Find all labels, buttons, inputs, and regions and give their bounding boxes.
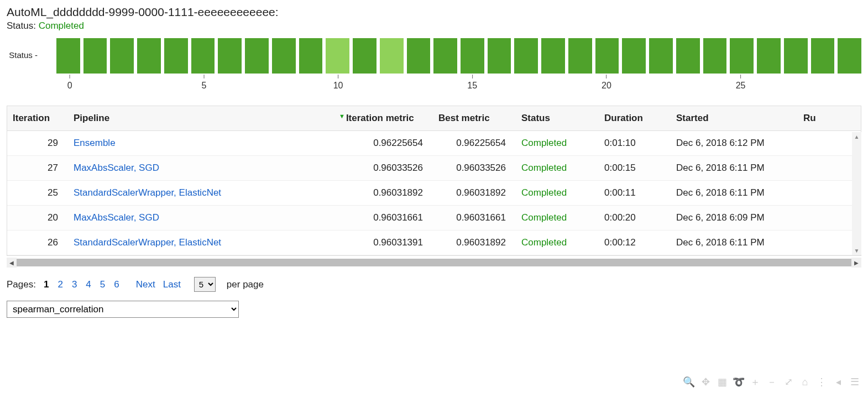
cell-status: Completed — [521, 163, 567, 173]
status-bar[interactable] — [488, 38, 511, 74]
status-bar[interactable] — [784, 38, 808, 74]
status-bar[interactable] — [757, 38, 781, 74]
status-bar[interactable] — [595, 38, 619, 74]
table-row: 29Ensemble0.962256540.96225654Completed0… — [7, 131, 861, 156]
status-bar[interactable] — [622, 38, 646, 74]
status-bar[interactable] — [191, 38, 215, 74]
cell-best-metric: 0.96031892 — [433, 230, 516, 255]
cell-iteration-metric: 0.96031391 — [333, 230, 433, 255]
col-iteration[interactable]: Iteration — [7, 106, 68, 131]
status-bar[interactable] — [838, 38, 861, 74]
page-link[interactable]: 3 — [72, 279, 77, 290]
scroll-track[interactable] — [17, 259, 851, 266]
status-bar[interactable] — [568, 38, 592, 74]
page-link[interactable]: 6 — [114, 279, 119, 290]
cell-best-metric: 0.96031892 — [433, 181, 516, 206]
status-bar[interactable] — [218, 38, 242, 74]
pagination: Pages: 123456 Next Last 5 per page — [7, 277, 861, 292]
cell-status: Completed — [521, 237, 567, 248]
x-tick: 0 — [67, 75, 72, 91]
cell-run — [798, 181, 861, 206]
scroll-right-icon[interactable]: ▶ — [851, 258, 861, 268]
table-row: 26StandardScalerWrapper, ElasticNet0.960… — [7, 230, 861, 255]
cell-iteration-metric: 0.96225654 — [333, 131, 433, 156]
cell-best-metric: 0.96031661 — [433, 206, 516, 230]
col-pipeline[interactable]: Pipeline — [68, 106, 333, 131]
table-row: 20MaxAbsScaler, SGD0.960316610.96031661C… — [7, 206, 861, 230]
scroll-left-icon[interactable]: ◀ — [7, 258, 17, 268]
scroll-up-icon[interactable]: ▲ — [852, 132, 861, 141]
x-tick: 15 — [467, 75, 477, 91]
cell-started: Dec 6, 2018 6:09 PM — [671, 206, 798, 230]
status-bar[interactable] — [245, 38, 269, 74]
cell-duration: 0:00:20 — [599, 206, 671, 230]
status-bar[interactable] — [299, 38, 323, 74]
status-bar[interactable] — [703, 38, 727, 74]
status-bar[interactable] — [110, 38, 134, 74]
col-iteration-metric[interactable]: ▼Iteration metric — [333, 106, 433, 131]
pipeline-link[interactable]: Ensemble — [74, 138, 116, 148]
cell-duration: 0:00:12 — [599, 230, 671, 255]
status-bar[interactable] — [730, 38, 754, 74]
status-bar[interactable] — [811, 38, 835, 74]
cell-run — [798, 230, 861, 255]
status-bar[interactable] — [326, 38, 349, 74]
col-status[interactable]: Status — [516, 106, 599, 131]
cell-status: Completed — [521, 138, 567, 148]
status-label: Status: — [7, 20, 36, 31]
pipeline-link[interactable]: MaxAbsScaler, SGD — [74, 163, 159, 173]
horizontal-scrollbar[interactable]: ◀ ▶ — [7, 257, 861, 268]
metric-select[interactable]: spearman_correlation — [7, 301, 239, 318]
x-tick: 20 — [602, 75, 611, 91]
chart-y-label: Status - — [7, 38, 40, 60]
cell-iteration-metric: 0.96031892 — [333, 181, 433, 206]
col-started[interactable]: Started — [671, 106, 798, 131]
page-next[interactable]: Next — [136, 279, 155, 290]
x-tick: 5 — [201, 75, 206, 91]
cell-run — [798, 156, 861, 181]
status-bar[interactable] — [83, 38, 107, 74]
page-last[interactable]: Last — [163, 279, 181, 290]
pipeline-link[interactable]: MaxAbsScaler, SGD — [74, 212, 159, 223]
results-table: Iteration Pipeline ▼Iteration metric Bes… — [7, 106, 861, 256]
status-bar[interactable] — [407, 38, 431, 74]
status-bar[interactable] — [272, 38, 296, 74]
x-tick: 10 — [333, 75, 343, 91]
status-bar[interactable] — [164, 38, 188, 74]
cell-iteration: 26 — [7, 230, 68, 255]
cell-started: Dec 6, 2018 6:11 PM — [671, 230, 798, 255]
table-row: 27MaxAbsScaler, SGD0.960335260.96033526C… — [7, 156, 861, 181]
pipeline-link[interactable]: StandardScalerWrapper, ElasticNet — [74, 187, 221, 198]
status-line: Status: Completed — [7, 20, 861, 32]
pipeline-link[interactable]: StandardScalerWrapper, ElasticNet — [74, 237, 221, 248]
status-bar[interactable] — [676, 38, 700, 74]
status-bar[interactable] — [514, 38, 538, 74]
status-bar[interactable] — [353, 38, 377, 74]
page-link[interactable]: 5 — [100, 279, 105, 290]
status-chart[interactable]: Status - 0510152025 — [7, 38, 861, 93]
scroll-down-icon[interactable]: ▼ — [852, 246, 861, 255]
pages-label: Pages: — [7, 279, 36, 290]
cell-iteration: 29 — [7, 131, 68, 156]
status-bar[interactable] — [649, 38, 673, 74]
col-duration[interactable]: Duration — [599, 106, 671, 131]
status-bar[interactable] — [137, 38, 161, 74]
per-page-select[interactable]: 5 — [194, 277, 216, 292]
col-best-metric[interactable]: Best metric — [433, 106, 516, 131]
page-title: AutoML_dddddddd-9999-0000-1111-eeeeeeeee… — [7, 6, 861, 19]
cell-status: Completed — [521, 187, 567, 198]
status-bar[interactable] — [461, 38, 484, 74]
page-current: 1 — [44, 279, 49, 290]
cell-started: Dec 6, 2018 6:11 PM — [671, 156, 798, 181]
page-link[interactable]: 2 — [57, 279, 62, 290]
page-link[interactable]: 4 — [86, 279, 91, 290]
vertical-scrollbar[interactable]: ▲ ▼ — [852, 132, 861, 255]
cell-started: Dec 6, 2018 6:11 PM — [671, 181, 798, 206]
col-run[interactable]: Ru — [798, 106, 861, 131]
status-bar[interactable] — [433, 38, 457, 74]
x-tick: 25 — [736, 75, 746, 91]
cell-status: Completed — [521, 212, 567, 223]
status-bar[interactable] — [380, 38, 404, 74]
status-bar[interactable] — [56, 38, 80, 74]
status-bar[interactable] — [541, 38, 565, 74]
